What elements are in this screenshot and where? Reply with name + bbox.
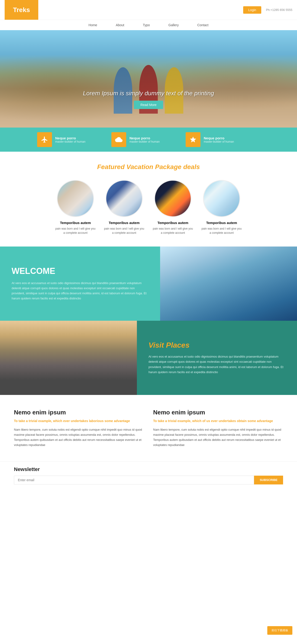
content-title-1: Nemo enim ipsum: [153, 409, 283, 416]
packages-grid: Temporibus autem pain was born and I wil…: [14, 180, 283, 235]
content-text-0: Nam libero tempore, cum soluta nobis est…: [14, 427, 144, 448]
package-desc-0: pain was born and I will give you a comp…: [55, 226, 96, 235]
nav-contact[interactable]: Contact: [197, 23, 208, 27]
feature-item-1: Neque porro master-builder of human: [111, 132, 186, 147]
package-item-3: Temporibus autem pain was born and I wil…: [201, 180, 242, 235]
header-right: Login Ph:+1285 656 5555: [243, 6, 292, 14]
plane-icon-box: [37, 132, 52, 147]
package-desc-3: pain was born and I will give you a comp…: [201, 226, 242, 235]
cloud-icon-box: [111, 132, 126, 147]
package-item-1: Temporibus autem pain was born and I wil…: [103, 180, 145, 235]
visit-title: Visit Places: [149, 341, 285, 350]
content-col-0: Nemo enim ipsum To take a trivial exampl…: [14, 409, 144, 448]
welcome-title: WELCOME: [12, 266, 149, 276]
newsletter-form: SUBSCRIBE: [14, 476, 283, 484]
content-section: Nemo enim ipsum To take a trivial exampl…: [0, 395, 297, 462]
visit-image-inner: [0, 321, 137, 395]
nav-about[interactable]: About: [116, 23, 124, 27]
content-title-0: Nemo enim ipsum: [14, 409, 144, 416]
welcome-image: [160, 246, 297, 321]
feature-text-2: Neque porro master-builder of human: [204, 136, 234, 143]
content-text-1: Nam libero tempore, cum soluta nobis est…: [153, 427, 283, 448]
cloud-icon: [115, 136, 123, 143]
package-image-3: [203, 180, 240, 217]
feature-item-2: Neque porro master-builder of human: [186, 132, 260, 147]
visit-image: [0, 321, 137, 395]
welcome-image-inner: [160, 246, 297, 321]
welcome-text-block: WELCOME At vero eos et accusamus et iust…: [0, 246, 160, 321]
hero-text: Lorem Ipsum is simply dummy text of the …: [83, 90, 214, 97]
package-item-2: Temporibus autem pain was born and I wil…: [152, 180, 194, 235]
nav-gallery[interactable]: Gallery: [168, 23, 179, 27]
package-image-0: [57, 180, 94, 217]
featured-title: Featured Vacation Package deals: [14, 163, 283, 171]
star-icon-box: [186, 132, 200, 147]
nav-typo[interactable]: Typo: [143, 23, 150, 27]
package-desc-1: pain was born and I will give you a comp…: [103, 226, 145, 235]
package-title-3: Temporibus autem: [201, 221, 242, 225]
content-subtitle-1: To take a trivial example, which of us e…: [153, 419, 283, 424]
newsletter-section: Newsletter SUBSCRIBE: [0, 462, 297, 492]
package-image-2: [154, 180, 191, 217]
newsletter-subscribe-button[interactable]: SUBSCRIBE: [254, 476, 283, 484]
star-icon: [189, 136, 197, 143]
nav-home[interactable]: Home: [89, 23, 97, 27]
plane-icon: [41, 136, 48, 143]
navigation: Home About Typo Gallery Contact: [0, 20, 297, 30]
package-title-1: Temporibus autem: [103, 221, 145, 225]
content-subtitle-0: To take a trivial example, which ever un…: [14, 419, 144, 424]
package-desc-2: pain was born and I will give you a comp…: [152, 226, 194, 235]
visit-text-block: Visit Places At vero eos et accusamus et…: [137, 321, 297, 395]
package-title-2: Temporibus autem: [152, 221, 194, 225]
logo: Treks: [5, 0, 38, 20]
hero-section: Lorem Ipsum is simply dummy text of the …: [0, 30, 297, 128]
featured-section: Featured Vacation Package deals Temporib…: [0, 152, 297, 246]
content-col-1: Nemo enim ipsum To take a trivial exampl…: [153, 409, 283, 448]
welcome-section: WELCOME At vero eos et accusamus et iust…: [0, 246, 297, 321]
feature-text-1: Neque porro master-builder of human: [129, 136, 160, 143]
phone-number: Ph:+1285 656 5555: [266, 8, 292, 12]
feature-item-0: Neque porro master-builder of human: [37, 132, 111, 147]
header: Treks Login Ph:+1285 656 5555: [0, 0, 297, 20]
package-image-1: [106, 180, 143, 217]
read-more-button[interactable]: Read More: [134, 101, 163, 109]
feature-text-0: Neque porro master-builder of human: [55, 136, 85, 143]
visit-text: At vero eos et accusamus et iusto odio d…: [149, 354, 285, 374]
package-title-0: Temporibus autem: [55, 221, 96, 225]
welcome-text: At vero eos et accusamus et iusto odio d…: [12, 280, 149, 301]
login-button[interactable]: Login: [243, 6, 261, 14]
newsletter-title: Newsletter: [14, 466, 283, 472]
newsletter-email-input[interactable]: [14, 476, 254, 484]
package-item-0: Temporibus autem pain was born and I wil…: [55, 180, 96, 235]
features-bar: Neque porro master-builder of human Nequ…: [0, 128, 297, 152]
visit-section: Visit Places At vero eos et accusamus et…: [0, 321, 297, 395]
